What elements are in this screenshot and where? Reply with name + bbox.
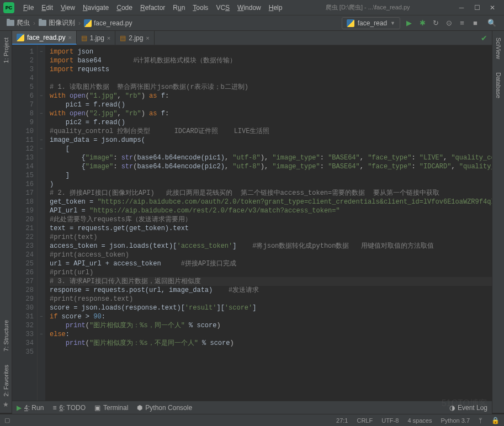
code-line[interactable]: text = requests.get(get_token).text [50,224,492,233]
code-line[interactable]: else: [50,330,492,339]
run-config-selector[interactable]: face_read ▼ [342,17,400,29]
debug-button[interactable]: ✱ [418,19,427,28]
right-tool-strip: SciView Database [492,31,504,413]
code-line[interactable]: pic1 = f.read() [50,100,492,109]
structure-tool-tab[interactable]: 7: Structure [1,316,11,356]
editor-tab-2jpg[interactable]: ▤ 2.jpg × [115,31,154,45]
breadcrumb-folder[interactable]: 图像识别 [35,17,78,29]
code-line[interactable]: url = API_url + access_token #拼接API接口完成 [50,259,492,268]
code-line[interactable]: # 3. 请求API接口传入图片数据，返回图片相似度 [50,277,492,286]
tab-label: 1.jpg [90,34,104,42]
run-tool-tab[interactable]: ▶ 4: Run [17,404,44,412]
database-tool-tab[interactable]: Database [494,68,503,103]
editor-tab-bar: face_read.py × ▤ 1.jpg × ▤ 2.jpg × ✔ [12,31,492,45]
menu-code[interactable]: Code [113,2,136,14]
attach-button[interactable]: ≡ [458,19,466,28]
code-line[interactable]: with open("2.jpg", "rb") as f: [50,109,492,118]
menu-refactor[interactable]: Refactor [137,2,168,14]
code-area[interactable]: import jsonimport base64 #计算机数据格式模块（数据传输… [45,45,492,401]
stop-button[interactable]: ■ [471,19,480,28]
code-line[interactable]: import requests [50,65,492,74]
code-line[interactable]: [ [50,145,492,153]
code-line[interactable]: #print(text) [50,233,492,242]
menu-run[interactable]: Run [169,2,188,14]
python-file-icon [17,34,24,41]
code-line[interactable]: score = json.loads(response.text)['resul… [50,303,492,312]
code-line[interactable]: import base64 #计算机数据格式模块（数据传输） [50,56,492,65]
menu-edit[interactable]: Edit [38,2,56,14]
run-config-name: face_read [358,19,387,27]
interpreter[interactable]: Python 3.7 [441,417,470,424]
main-menu: File Edit View Navigate Code Refactor Ru… [20,2,285,14]
code-line[interactable]: {"image": str(base64.b64encode(pic2), "u… [50,162,492,171]
code-line[interactable]: response = requests.post(url, image_data… [50,286,492,295]
run-button[interactable]: ▶ [405,19,413,28]
favorites-tool-tab[interactable]: 2: Favorites [1,360,11,401]
run-icon: ▶ [17,404,22,412]
code-line[interactable]: ] [50,171,492,180]
profile-button[interactable]: ⊙ [444,19,453,28]
code-line[interactable]: print("图片相似度为：%s，不是同一个人" % score) [50,339,492,348]
menu-view[interactable]: View [57,2,78,14]
code-line[interactable]: pic2 = f.read() [50,118,492,127]
window-title: 爬虫 [D:\爬虫] - ...\face_read.py [285,3,450,12]
line-separator[interactable]: CRLF [357,417,373,424]
close-icon[interactable]: ✕ [489,4,496,12]
code-line[interactable] [50,74,492,83]
python-console-tool-tab[interactable]: ⬢ Python Console [137,404,192,412]
code-line[interactable]: # 1. 读取图片数据 整合两张图片json数据(r表示读；b二进制) [50,83,492,92]
caret-position[interactable]: 27:1 [336,417,348,424]
code-line[interactable]: if score > 90: [50,312,492,321]
menu-navigate[interactable]: Navigate [79,2,112,14]
image-file-icon: ▤ [81,34,87,42]
code-line[interactable]: #print(access_token) [50,251,492,259]
code-line[interactable]: {"image": str(base64.b64encode(pic1), "u… [50,153,492,162]
code-line[interactable]: #print(url) [50,268,492,277]
sciview-tool-tab[interactable]: SciView [494,33,503,63]
code-line[interactable]: get_token = "https://aip.baidubce.com/oa… [50,198,492,206]
tool-label: Python Console [145,404,192,412]
menu-help[interactable]: Help [266,2,286,14]
two-windows-icon[interactable]: ▢ [4,417,10,424]
indent-setting[interactable]: 4 spaces [407,417,432,424]
todo-tool-tab[interactable]: ≡ 6: TODO [52,404,86,412]
maximize-icon[interactable]: ☐ [473,4,481,12]
code-line[interactable]: image_data = json.dumps( [50,136,492,145]
event-log-tool-tab[interactable]: ◑ Event Log [449,404,487,412]
file-encoding[interactable]: UTF-8 [381,417,399,424]
lock-icon[interactable]: 🔒 [491,417,500,424]
git-branch-icon[interactable]: ᛘ [479,417,482,424]
code-line[interactable]: ) [50,180,492,189]
editor-tab-face-read[interactable]: face_read.py × [12,31,77,45]
minimize-icon[interactable]: ─ [458,4,465,12]
code-line[interactable]: access_token = json.loads(text)['access_… [50,242,492,251]
breadcrumb-file[interactable]: face_read.py [81,18,135,28]
search-button[interactable]: 🔍 [487,19,496,28]
code-line[interactable]: print("图片相似度为：%s，同一个人" % score) [50,321,492,330]
code-line[interactable] [50,348,492,356]
code-line[interactable]: #此处需要导入requests库（发送请求需要用） [50,215,492,224]
inspection-ok-icon[interactable]: ✔ [481,34,487,42]
project-tool-tab[interactable]: 1: Project [1,33,11,67]
menu-vcs[interactable]: VCS [213,2,233,14]
menu-tools[interactable]: Tools [189,2,211,14]
menu-window[interactable]: Window [234,2,264,14]
close-icon[interactable]: × [107,35,110,41]
close-icon[interactable]: × [146,35,149,41]
coverage-button[interactable]: ↻ [431,19,440,28]
code-line[interactable]: #print(response.text) [50,295,492,303]
code-line[interactable]: API_url = "https://aip.baidubce.com/rest… [50,206,492,215]
code-line[interactable]: # 2. 拼接API接口(图像对比API) 此接口两用是花钱买的 第二个链接中a… [50,189,492,198]
editor-status-icons: ✔ [476,31,492,45]
folder-icon [39,20,46,26]
code-line[interactable]: import json [50,47,492,56]
breadcrumb-root[interactable]: 爬虫 [3,17,33,29]
app-icon: PC [3,2,14,13]
close-icon[interactable]: × [68,34,71,41]
code-line[interactable]: with open("1.jpg", "rb") as f: [50,92,492,100]
terminal-tool-tab[interactable]: ▣ Terminal [94,404,128,412]
editor-tab-1jpg[interactable]: ▤ 1.jpg × [77,31,115,45]
code-line[interactable]: #quality_control 控制台类型 IDCARD证件照 LIVE生活照 [50,127,492,136]
code-editor[interactable]: 1234567891011121314151617181920212223242… [12,45,492,401]
menu-file[interactable]: File [20,2,37,14]
